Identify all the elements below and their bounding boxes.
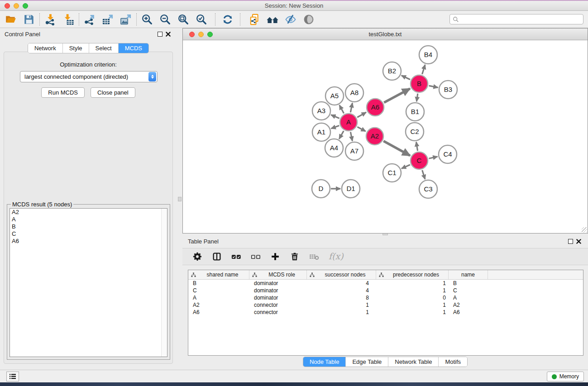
refresh-layout-icon[interactable] <box>219 12 237 27</box>
table-row[interactable]: Cdominator41C <box>188 287 583 294</box>
deselect-all-checkboxes-icon[interactable] <box>249 250 263 263</box>
close-panel-button[interactable]: Close panel <box>91 87 135 98</box>
maximize-network-button[interactable] <box>207 32 213 37</box>
table-row[interactable]: Adominator80A <box>188 294 583 301</box>
table-cell[interactable]: dominator <box>249 280 307 287</box>
select-all-checkboxes-icon[interactable] <box>229 250 243 263</box>
graph-edge[interactable] <box>339 105 344 113</box>
column-header-successor-nodes[interactable]: successor nodes <box>307 270 376 279</box>
table-cell[interactable]: 8 <box>307 294 376 301</box>
import-table-icon[interactable] <box>59 12 77 27</box>
table-cell[interactable]: A6 <box>449 309 488 316</box>
optimization-criterion-dropdown[interactable]: largest connected component (directed) <box>20 71 158 82</box>
task-history-button[interactable] <box>6 372 19 381</box>
table-cell[interactable]: B <box>188 280 249 287</box>
graph-edge[interactable] <box>429 157 437 158</box>
node-table[interactable]: shared name MCDS role successor nodes pr… <box>188 270 583 356</box>
graph-edge[interactable] <box>357 112 366 117</box>
show-columns-icon[interactable] <box>210 250 224 263</box>
graph-edge[interactable] <box>331 126 339 129</box>
table-cell[interactable]: 1 <box>307 309 376 316</box>
zoom-selected-icon[interactable] <box>192 12 210 27</box>
table-cell[interactable]: dominator <box>249 294 307 301</box>
graph-edge[interactable] <box>350 132 352 141</box>
network-canvas[interactable]: B4B2BB3A5A8A6B1A3AA1C2A2A4A7C4CC1C3DD1 <box>183 40 588 233</box>
tab-mcds[interactable]: MCDS <box>118 43 148 53</box>
graph-edge[interactable] <box>402 76 410 80</box>
table-cell[interactable]: A <box>188 294 249 301</box>
graph-edge[interactable] <box>429 86 438 87</box>
close-panel-icon[interactable] <box>574 238 583 245</box>
tab-motifs[interactable]: Motifs <box>438 357 467 367</box>
table-cell[interactable]: 0 <box>376 294 449 301</box>
table-cell[interactable]: C <box>449 287 488 294</box>
graph-edge[interactable] <box>383 141 410 156</box>
graph-edge[interactable] <box>350 103 352 113</box>
table-cell[interactable]: 1 <box>307 301 376 309</box>
float-panel-icon[interactable] <box>566 238 574 245</box>
mcds-result-list[interactable]: A2ABCA6 <box>10 208 167 357</box>
search-input[interactable] <box>461 15 583 24</box>
zoom-fit-icon[interactable] <box>174 12 192 27</box>
close-panel-icon[interactable] <box>164 30 172 38</box>
column-header-shared-name[interactable]: shared name <box>188 270 249 279</box>
network-window-titlebar[interactable]: testGlobe.txt <box>183 29 588 40</box>
export-image-icon[interactable] <box>117 12 135 27</box>
graph-edge[interactable] <box>357 127 365 131</box>
column-header-name[interactable]: name <box>449 270 488 279</box>
graph-edge[interactable] <box>384 89 410 103</box>
table-cell[interactable]: 4 <box>307 287 376 294</box>
tab-style[interactable]: Style <box>62 43 89 53</box>
table-row[interactable]: A2connector11A2 <box>188 301 583 309</box>
table-cell[interactable]: 1 <box>376 287 449 294</box>
graph-edge[interactable] <box>339 131 344 139</box>
save-session-icon[interactable] <box>20 12 38 27</box>
search-field[interactable] <box>449 14 583 24</box>
close-window-button[interactable] <box>5 3 10 9</box>
network-graph[interactable]: B4B2BB3A5A8A6B1A3AA1C2A2A4A7C4CC1C3DD1 <box>183 40 588 233</box>
delete-table-icon[interactable] <box>307 250 321 263</box>
table-cell[interactable]: connector <box>249 301 307 309</box>
maximize-window-button[interactable] <box>23 3 28 9</box>
tab-select[interactable]: Select <box>89 43 118 53</box>
column-header-mcds-role[interactable]: MCDS role <box>249 270 307 279</box>
graph-edge[interactable] <box>422 65 425 74</box>
zoom-out-icon[interactable] <box>156 12 174 27</box>
splitter-handle[interactable] <box>178 197 182 201</box>
table-options-icon[interactable] <box>191 250 204 263</box>
graph-edge[interactable] <box>331 115 339 119</box>
graph-edge[interactable] <box>402 165 410 169</box>
table-cell[interactable]: 4 <box>307 280 376 287</box>
table-cell[interactable]: A6 <box>188 309 249 316</box>
export-network-icon[interactable] <box>81 12 99 27</box>
table-cell[interactable]: B <box>449 280 488 287</box>
table-cell[interactable]: 1 <box>376 301 449 309</box>
close-network-button[interactable] <box>189 32 195 37</box>
minimize-window-button[interactable] <box>14 3 19 9</box>
table-cell[interactable]: 1 <box>376 309 449 316</box>
home-icon[interactable] <box>263 12 282 27</box>
table-row[interactable]: Bdominator41B <box>188 280 583 287</box>
tab-edge-table[interactable]: Edge Table <box>345 357 388 367</box>
minimize-network-button[interactable] <box>198 32 204 37</box>
graph-edge[interactable] <box>416 142 418 151</box>
tab-network[interactable]: Network <box>28 43 62 53</box>
table-cell[interactable]: A2 <box>188 301 249 309</box>
open-session-icon[interactable] <box>2 12 20 27</box>
table-cell[interactable]: C <box>188 287 249 294</box>
tab-network-table[interactable]: Network Table <box>388 357 438 367</box>
add-column-icon[interactable] <box>268 250 282 263</box>
column-header-predecessor-nodes[interactable]: predecessor nodes <box>376 270 449 279</box>
table-row[interactable]: A6connector11A6 <box>188 309 583 316</box>
table-cell[interactable]: connector <box>249 309 307 316</box>
delete-column-icon[interactable] <box>288 250 301 263</box>
scrollbar-track[interactable] <box>161 209 167 357</box>
graph-edge[interactable] <box>416 94 418 101</box>
memory-button[interactable]: Memory <box>547 372 584 381</box>
import-network-icon[interactable] <box>41 12 59 27</box>
float-panel-icon[interactable] <box>156 30 164 38</box>
table-cell[interactable]: dominator <box>249 287 307 294</box>
result-item[interactable]: A <box>10 216 167 223</box>
result-item[interactable]: A6 <box>10 238 167 245</box>
show-graphics-details-icon[interactable] <box>300 12 318 27</box>
